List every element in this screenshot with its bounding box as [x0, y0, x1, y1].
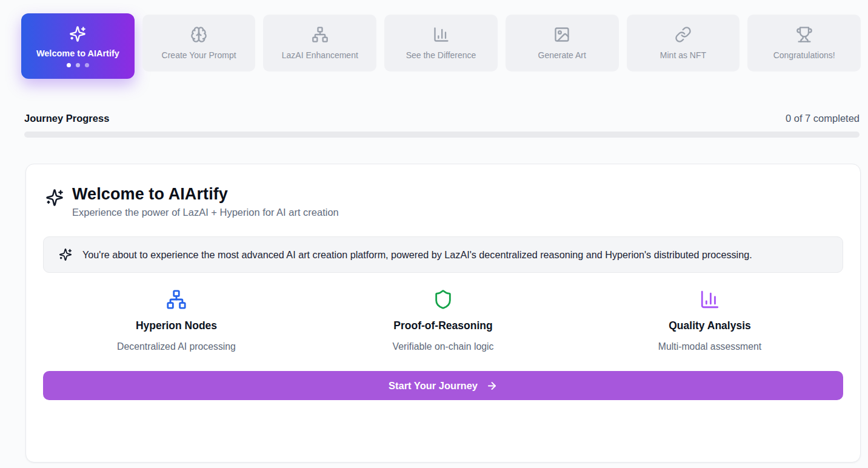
arrow-right-icon [486, 380, 498, 392]
feature-title: Hyperion Nodes [43, 319, 310, 332]
feature-quality-analysis: Quality Analysis Multi-modal assessment [576, 289, 843, 352]
step-welcome[interactable]: Welcome to AIArtify [21, 13, 135, 79]
step-lazai-enhancement[interactable]: LazAI Enhancement [263, 15, 376, 72]
step-label: Create Your Prompt [162, 50, 236, 60]
feature-description: Multi-modal assessment [576, 341, 843, 352]
image-icon [553, 26, 570, 43]
step-see-difference[interactable]: See the Difference [384, 15, 498, 72]
intro-info-text: You're about to experience the most adva… [82, 249, 752, 261]
page-subtitle: Experience the power of LazAI + Hyperion… [72, 207, 339, 218]
shield-icon [310, 289, 576, 310]
trophy-icon [796, 26, 813, 43]
feature-title: Proof-of-Reasoning [310, 319, 576, 332]
sparkles-icon [69, 25, 86, 42]
sparkles-icon [59, 248, 72, 261]
journey-progress-header: Journey Progress 0 of 7 completed [24, 113, 860, 124]
feature-title: Quality Analysis [576, 319, 843, 332]
start-journey-label: Start Your Journey [389, 380, 478, 392]
step-label: Generate Art [538, 50, 586, 60]
start-journey-button[interactable]: Start Your Journey [43, 371, 843, 400]
journey-stepper: Welcome to AIArtify Create Your Prompt L… [0, 0, 868, 79]
feature-proof-of-reasoning: Proof-of-Reasoning Verifiable on-chain l… [310, 289, 576, 352]
progress-status: 0 of 7 completed [786, 113, 860, 124]
link-icon [675, 26, 692, 43]
step-congratulations[interactable]: Congratulations! [747, 15, 861, 72]
card-header-text: Welcome to AIArtify Experience the power… [72, 185, 339, 218]
progress-title: Journey Progress [24, 113, 109, 124]
brain-icon [190, 26, 207, 43]
step-create-prompt[interactable]: Create Your Prompt [142, 15, 256, 72]
step-label: See the Difference [406, 50, 476, 60]
intro-info-box: You're about to experience the most adva… [43, 236, 843, 273]
step-label: LazAI Enhancement [282, 50, 358, 60]
step-label: Mint as NFT [660, 50, 706, 60]
feature-hyperion-nodes: Hyperion Nodes Decentralized AI processi… [43, 289, 310, 352]
bar-chart-icon [433, 26, 450, 43]
step-label: Congratulations! [773, 50, 835, 60]
bar-chart-icon [576, 289, 843, 310]
step-mint-nft[interactable]: Mint as NFT [627, 15, 740, 72]
sparkles-icon [45, 189, 64, 207]
network-icon [43, 289, 310, 310]
progress-bar-track [24, 132, 860, 138]
welcome-card: Welcome to AIArtify Experience the power… [25, 164, 861, 463]
feature-grid: Hyperion Nodes Decentralized AI processi… [43, 289, 843, 352]
network-icon [312, 26, 329, 43]
feature-description: Decentralized AI processing [43, 341, 310, 352]
page-title: Welcome to AIArtify [72, 185, 339, 204]
feature-description: Verifiable on-chain logic [310, 341, 576, 352]
step-label: Welcome to AIArtify [36, 48, 119, 58]
step-progress-dots [67, 63, 89, 67]
card-header: Welcome to AIArtify Experience the power… [43, 185, 843, 218]
step-generate-art[interactable]: Generate Art [506, 15, 619, 72]
